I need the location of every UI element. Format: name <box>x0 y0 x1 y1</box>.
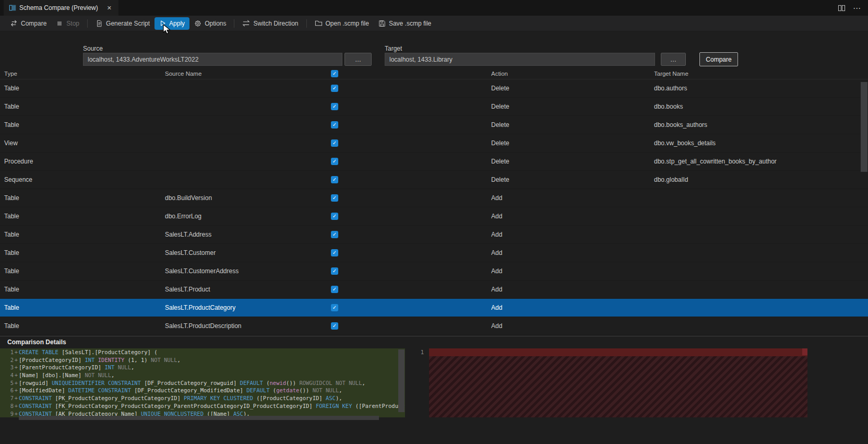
open-scmp-button[interactable]: Open .scmp file <box>310 17 374 30</box>
play-icon <box>159 20 166 27</box>
code-line: 3+[ParentProductCategoryID] INT NULL, <box>0 364 405 371</box>
save-scmp-button[interactable]: Save .scmp file <box>374 17 436 30</box>
schema-compare-toolbar: Compare Stop Generate Script Apply Optio… <box>0 16 868 31</box>
table-row[interactable]: Table dbo.ErrorLog ✓ Add <box>0 207 868 226</box>
source-input[interactable] <box>83 53 342 66</box>
code-text: CONSTRAINT [PK_ProductCategory_ProductCa… <box>19 394 342 402</box>
row-include-checkbox[interactable]: ✓ <box>331 213 338 220</box>
row-include-checkbox[interactable]: ✓ <box>331 286 338 293</box>
row-include-checkbox[interactable]: ✓ <box>331 176 338 183</box>
code-line: 6+[ModifiedDate] DATETIME CONSTRAINT [DF… <box>0 387 405 394</box>
row-action: Delete <box>491 158 654 165</box>
compare-icon <box>10 19 18 27</box>
row-include-cell: ✓ <box>324 304 491 311</box>
row-include-checkbox[interactable]: ✓ <box>331 194 338 202</box>
table-row[interactable]: Table dbo.BuildVersion ✓ Add <box>0 189 868 207</box>
tab-schema-compare[interactable]: Schema Compare (Preview) ✕ <box>4 0 118 16</box>
row-type: Table <box>0 249 161 256</box>
code-text: [ParentProductCategoryID] INT NULL, <box>19 364 134 371</box>
code-text: [ProductCategoryID] INT IDENTITY (1, 1) … <box>19 356 181 364</box>
row-include-checkbox[interactable]: ✓ <box>331 103 338 110</box>
row-action: Delete <box>491 85 654 92</box>
row-action: Add <box>491 322 654 330</box>
diff-added-sign: + <box>14 348 19 356</box>
row-source-name: SalesLT.Address <box>161 231 324 238</box>
target-input[interactable] <box>385 53 655 66</box>
row-source-name: SalesLT.Customer <box>161 249 324 256</box>
diff-removed-marker <box>802 348 807 355</box>
split-editor-icon[interactable] <box>838 4 846 12</box>
gear-icon <box>194 20 201 27</box>
stop-label: Stop <box>66 20 79 27</box>
table-row[interactable]: Table SalesLT.ProductCategory ✓ Add <box>0 299 868 317</box>
diff-target-pane[interactable]: 1 <box>410 348 815 444</box>
compare-action-button[interactable]: Compare <box>699 52 738 66</box>
apply-label: Apply <box>169 20 185 27</box>
more-actions-icon[interactable]: ⋯ <box>853 4 861 12</box>
line-number: 8 <box>0 402 14 410</box>
table-row[interactable]: Table ✓ Delete dbo.authors <box>0 79 868 98</box>
row-include-checkbox[interactable]: ✓ <box>331 85 338 92</box>
switch-direction-button[interactable]: Switch Direction <box>237 17 303 30</box>
row-include-checkbox[interactable]: ✓ <box>331 139 338 147</box>
row-include-checkbox[interactable]: ✓ <box>331 231 338 238</box>
row-include-cell: ✓ <box>324 322 491 330</box>
row-source-name: dbo.ErrorLog <box>161 213 324 220</box>
apply-button[interactable]: Apply <box>154 17 189 30</box>
diff-added-sign: + <box>14 402 19 410</box>
row-include-checkbox[interactable]: ✓ <box>331 158 338 165</box>
grid-header: Type Source Name ✓ Action Target Name <box>0 68 868 79</box>
diff-added-sign: + <box>14 371 19 379</box>
source-browse-button[interactable]: … <box>344 53 372 66</box>
code-text: [rowguid] UNIQUEIDENTIFIER CONSTRAINT [D… <box>19 379 365 387</box>
code-line: 2+[ProductCategoryID] INT IDENTITY (1, 1… <box>0 356 405 364</box>
stop-icon <box>56 20 63 27</box>
table-row[interactable]: Table SalesLT.ProductDescription ✓ Add <box>0 317 868 335</box>
table-row[interactable]: Table ✓ Delete dbo.books <box>0 98 868 116</box>
row-source-name: dbo.BuildVersion <box>161 194 324 202</box>
row-type: Table <box>0 231 161 238</box>
diff-source-pane[interactable]: 1+CREATE TABLE [SalesLT].[ProductCategor… <box>0 348 405 444</box>
table-row[interactable]: Procedure ✓ Delete dbo.stp_get_all_cowri… <box>0 153 868 171</box>
row-type: Table <box>0 121 161 128</box>
generate-script-label: Generate Script <box>106 20 150 27</box>
options-button[interactable]: Options <box>189 17 231 30</box>
table-row[interactable]: Table ✓ Delete dbo.books_authors <box>0 116 868 134</box>
line-number: 6 <box>0 387 14 394</box>
table-row[interactable]: View ✓ Delete dbo.vw_books_details <box>0 134 868 153</box>
diff-left-code: 1+CREATE TABLE [SalesLT].[ProductCategor… <box>0 348 405 417</box>
table-row[interactable]: Table SalesLT.CustomerAddress ✓ Add <box>0 262 868 281</box>
generate-script-button[interactable]: Generate Script <box>91 17 154 30</box>
row-include-checkbox[interactable]: ✓ <box>331 249 338 256</box>
header-include-checkbox[interactable]: ✓ <box>331 70 338 77</box>
code-line: 4+[Name] [dbo].[Name] NOT NULL, <box>0 371 405 379</box>
row-include-checkbox[interactable]: ✓ <box>331 322 338 330</box>
table-row[interactable]: Table SalesLT.Product ✓ Add <box>0 281 868 299</box>
diff-added-sign: + <box>14 387 19 394</box>
line-number: 7 <box>0 394 14 402</box>
target-browse-button[interactable]: … <box>661 53 686 66</box>
close-icon[interactable]: ✕ <box>105 4 113 12</box>
row-include-checkbox[interactable]: ✓ <box>331 304 338 311</box>
table-row[interactable]: Table SalesLT.Address ✓ Add <box>0 226 868 244</box>
row-target-name: dbo.stp_get_all_cowritten_books_by_autho… <box>654 158 868 165</box>
table-row[interactable]: Table SalesLT.Customer ✓ Add <box>0 244 868 262</box>
left-horizontal-scrollbar[interactable] <box>19 416 379 420</box>
diff-added-sign: + <box>14 410 19 418</box>
row-include-checkbox[interactable]: ✓ <box>331 121 338 128</box>
row-action: Add <box>491 304 654 311</box>
generate-script-icon <box>96 20 103 27</box>
line-number: 4 <box>0 371 14 379</box>
compare-button[interactable]: Compare <box>5 17 51 30</box>
line-number: 5 <box>0 379 14 387</box>
header-action: Action <box>491 71 654 77</box>
row-include-checkbox[interactable]: ✓ <box>331 267 338 275</box>
left-vertical-scrollbar[interactable] <box>398 349 405 412</box>
main-vertical-scrollbar[interactable] <box>861 82 867 172</box>
row-type: Sequence <box>0 176 161 183</box>
stop-button[interactable]: Stop <box>51 17 84 30</box>
code-text: CONSTRAINT [FK_ProductCategory_ProductCa… <box>19 402 405 410</box>
table-row[interactable]: Sequence ✓ Delete dbo.globalId <box>0 171 868 189</box>
row-include-cell: ✓ <box>324 231 491 238</box>
open-scmp-label: Open .scmp file <box>326 20 369 27</box>
